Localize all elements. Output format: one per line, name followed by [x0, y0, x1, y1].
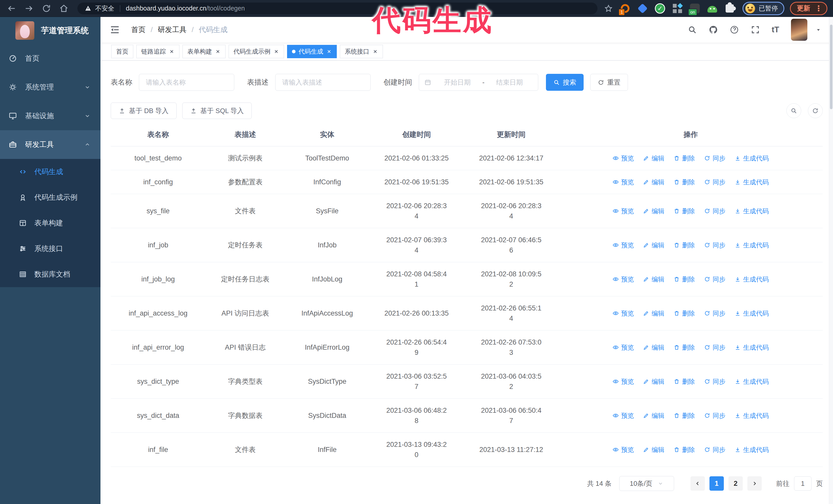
prev-page-button[interactable] [690, 476, 705, 491]
sidebar-subitem-code-generation-example[interactable]: 代码生成示例 [0, 185, 100, 210]
page-2-button[interactable]: 2 [729, 476, 743, 491]
sync-link[interactable]: 同步 [704, 177, 725, 187]
delete-link[interactable]: 删除 [673, 274, 695, 284]
sidebar-subitem-code-generation[interactable]: 代码生成 [0, 159, 100, 185]
close-tab-icon[interactable] [215, 49, 221, 54]
delete-link[interactable]: 删除 [673, 308, 695, 318]
generate-code-link[interactable]: 生成代码 [735, 445, 769, 455]
extension-puzzle-icon[interactable] [724, 3, 735, 14]
delete-link[interactable]: 删除 [673, 342, 695, 353]
edit-link[interactable]: 编辑 [643, 177, 664, 187]
sidebar-item-system-management[interactable]: 系统管理 [0, 73, 100, 101]
generate-code-link[interactable]: 生成代码 [735, 153, 769, 163]
breadcrumb-item[interactable]: 首页 [131, 25, 146, 34]
sync-link[interactable]: 同步 [704, 153, 725, 163]
delete-link[interactable]: 删除 [673, 153, 695, 163]
sidebar-item-home[interactable]: 首页 [0, 44, 100, 73]
profile-chip[interactable]: 已暂停 [742, 2, 784, 15]
hamburger-icon[interactable] [110, 25, 120, 35]
preview-link[interactable]: 预览 [613, 342, 634, 353]
delete-link[interactable]: 删除 [673, 376, 695, 387]
search-button[interactable]: 搜索 [546, 74, 584, 91]
edit-link[interactable]: 编辑 [643, 308, 664, 318]
table-desc-input[interactable] [275, 74, 371, 91]
sync-link[interactable]: 同步 [704, 240, 725, 250]
tab-home[interactable]: 首页 [111, 45, 133, 58]
preview-link[interactable]: 预览 [613, 240, 634, 250]
edit-link[interactable]: 编辑 [643, 342, 664, 353]
scrollbar-thumb[interactable] [830, 25, 832, 109]
next-page-button[interactable] [747, 476, 762, 491]
address-bar[interactable]: 不安全 dashboard.yudao.iocoder.cn /tool/cod… [77, 3, 597, 14]
tab-codegen-example[interactable]: 代码生成示例 [229, 45, 284, 58]
delete-link[interactable]: 删除 [673, 410, 695, 421]
sidebar-item-infrastructure[interactable]: 基础设施 [0, 101, 100, 130]
delete-link[interactable]: 删除 [673, 177, 695, 187]
sync-link[interactable]: 同步 [704, 445, 725, 455]
import-db-button[interactable]: 基于 DB 导入 [111, 102, 176, 119]
goto-page-input[interactable] [794, 476, 811, 491]
github-icon[interactable] [709, 25, 718, 34]
sidebar-item-dev-tools[interactable]: 研发工具 [0, 130, 100, 159]
generate-code-link[interactable]: 生成代码 [735, 308, 769, 318]
sync-link[interactable]: 同步 [704, 376, 725, 387]
delete-link[interactable]: 删除 [673, 206, 695, 216]
edit-link[interactable]: 编辑 [643, 274, 664, 284]
preview-link[interactable]: 预览 [613, 410, 634, 421]
edit-link[interactable]: 编辑 [643, 445, 664, 455]
create-time-range-input[interactable]: 开始日期 - 结束日期 [419, 74, 538, 91]
tab-link-tracing[interactable]: 链路追踪 [136, 45, 180, 58]
preview-link[interactable]: 预览 [613, 274, 634, 284]
toggle-search-button[interactable] [786, 103, 801, 118]
avatar[interactable] [791, 19, 807, 41]
browser-reload-button[interactable] [42, 4, 51, 13]
tab-codegen[interactable]: 代码生成 [287, 45, 337, 58]
sync-link[interactable]: 同步 [704, 274, 725, 284]
sync-link[interactable]: 同步 [704, 410, 725, 421]
preview-link[interactable]: 预览 [613, 206, 634, 216]
edit-link[interactable]: 编辑 [643, 206, 664, 216]
preview-link[interactable]: 预览 [613, 445, 634, 455]
app-logo[interactable]: 芋道管理系统 [0, 17, 100, 44]
reset-button[interactable]: 重置 [590, 74, 628, 91]
generate-code-link[interactable]: 生成代码 [735, 274, 769, 284]
page-1-button[interactable]: 1 [710, 476, 724, 491]
delete-link[interactable]: 删除 [673, 240, 695, 250]
extension-gem-icon[interactable] [637, 3, 648, 14]
sidebar-subitem-database-doc[interactable]: 数据库文档 [0, 262, 100, 287]
generate-code-link[interactable]: 生成代码 [735, 206, 769, 216]
sidebar-subitem-system-api[interactable]: 系统接口 [0, 236, 100, 262]
browser-home-button[interactable] [59, 4, 69, 13]
preview-link[interactable]: 预览 [613, 177, 634, 187]
close-tab-icon[interactable] [273, 49, 279, 54]
close-tab-icon[interactable] [169, 49, 174, 54]
extension-grid-icon[interactable] [672, 3, 683, 14]
generate-code-link[interactable]: 生成代码 [735, 342, 769, 353]
preview-link[interactable]: 预览 [613, 376, 634, 387]
breadcrumb-item[interactable]: 研发工具 [158, 25, 187, 34]
kebab-menu-icon[interactable]: ⋮ [815, 5, 823, 12]
extension-android-icon[interactable] [707, 3, 718, 14]
bookmark-star-icon[interactable] [604, 4, 613, 13]
browser-update-button[interactable]: 更新 ⋮ [790, 2, 827, 15]
generate-code-link[interactable]: 生成代码 [735, 410, 769, 421]
extension-dark-icon[interactable]: on [689, 3, 700, 14]
tab-form-builder[interactable]: 表单构建 [183, 45, 225, 58]
edit-link[interactable]: 编辑 [643, 410, 664, 421]
table-name-input[interactable] [139, 74, 234, 91]
browser-back-button[interactable] [7, 4, 17, 13]
sync-link[interactable]: 同步 [704, 342, 725, 353]
sync-link[interactable]: 同步 [704, 206, 725, 216]
help-icon[interactable] [730, 25, 739, 34]
generate-code-link[interactable]: 生成代码 [735, 376, 769, 387]
edit-link[interactable]: 编辑 [643, 153, 664, 163]
fullscreen-icon[interactable] [751, 25, 760, 34]
delete-link[interactable]: 删除 [673, 445, 695, 455]
close-tab-icon[interactable] [326, 49, 332, 54]
font-size-icon[interactable] [772, 25, 779, 34]
refresh-table-button[interactable] [808, 103, 823, 118]
edit-link[interactable]: 编辑 [643, 240, 664, 250]
edit-link[interactable]: 编辑 [643, 376, 664, 387]
browser-forward-button[interactable] [24, 4, 34, 13]
extension-circle-icon[interactable]: 1 [619, 3, 631, 14]
